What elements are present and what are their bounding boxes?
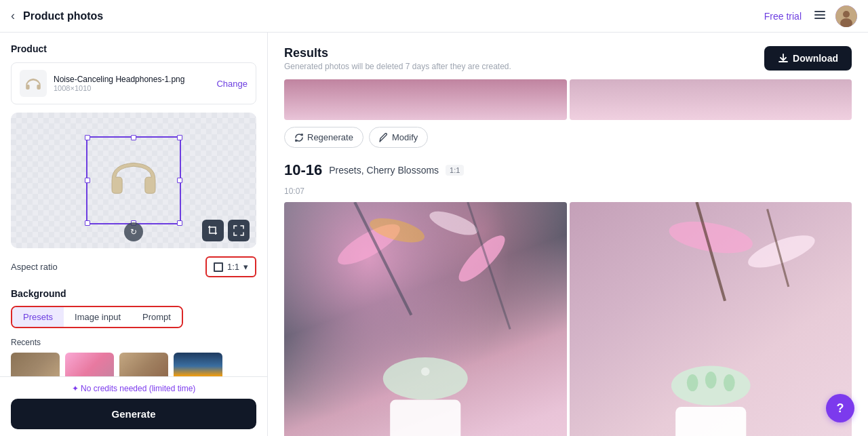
chevron-down-icon: ▾ [243,262,248,272]
background-section-title: Background [11,288,256,299]
aspect-ratio-value: 1:1 [227,262,239,272]
svg-point-4 [843,11,850,18]
aspect-ratio-label: Aspect ratio [11,262,58,272]
partial-regenerate-label: Regenerate [307,132,353,142]
result-image-2[interactable] [570,202,852,436]
svg-rect-20 [675,407,746,436]
handle-bottom-right[interactable] [177,220,182,226]
partial-image-2[interactable] [570,79,852,120]
crop-tool-button[interactable] [202,220,224,241]
aspect-ratio-select[interactable]: 1:1 ▾ [205,256,256,277]
product-name: Noise-Canceling Headphones-1.png [54,75,210,84]
download-icon [778,53,789,64]
partial-image-1[interactable] [284,79,567,120]
aspect-square-icon [214,262,223,272]
canvas-area: ↻ [11,113,256,248]
modify-icon [379,133,389,142]
menu-icon[interactable] [812,7,827,25]
recent-thumb-3[interactable] [119,353,168,376]
recent-thumb-4[interactable] [174,353,222,376]
tab-prompt[interactable]: Prompt [132,307,182,327]
batch-label: Presets, Cherry Blossoms [329,165,439,176]
image-grid [284,202,852,436]
change-button[interactable]: Change [216,79,248,89]
avatar[interactable] [835,5,857,27]
main-layout: Product Noise-Canceling Headphones-1.png… [0,33,868,436]
svg-point-22 [686,374,698,391]
selection-border [86,136,181,224]
svg-point-10 [427,207,480,240]
background-tab-group: Presets Image input Prompt [11,306,183,328]
free-trial-link[interactable]: Free trial [764,11,802,22]
regenerate-icon [294,133,304,142]
results-header: Results Generated photos will be deleted… [284,46,852,71]
left-panel: Product Noise-Canceling Headphones-1.png… [0,33,268,436]
product-card[interactable]: Noise-Canceling Headphones-1.png 1008×10… [11,62,256,104]
partial-modify-button[interactable]: Modify [369,127,428,148]
help-button[interactable]: ? [826,394,854,422]
result-image-2-content [570,202,852,436]
svg-rect-13 [390,400,460,436]
batch-time: 10:07 [284,184,852,197]
partial-action-row: Regenerate Modify [284,127,852,148]
svg-point-9 [453,230,511,288]
right-panel: Results Generated photos will be deleted… [268,33,868,436]
svg-rect-0 [814,11,825,12]
partial-top-images [284,79,852,120]
svg-point-15 [421,368,429,376]
svg-rect-1 [814,14,825,16]
back-button[interactable]: ‹ [11,9,15,23]
product-info: Noise-Canceling Headphones-1.png 1008×10… [54,75,210,92]
handle-bottom-left[interactable] [85,220,90,226]
svg-point-23 [705,372,716,389]
handle-mid-right[interactable] [177,178,182,183]
svg-point-14 [383,357,468,399]
batch-range: 10-16 [284,161,322,179]
aspect-ratio-row: Aspect ratio 1:1 ▾ [11,256,256,277]
page-title: Product photos [23,10,764,22]
recents-label: Recents [11,338,256,347]
batch-header: 10-16 Presets, Cherry Blossoms 1:1 [284,161,852,179]
tab-presets[interactable]: Presets [12,307,64,327]
canvas-product[interactable] [86,136,181,224]
recents-row [11,353,256,376]
header: ‹ Product photos Free trial [0,0,868,33]
batch-ratio: 1:1 [446,165,464,176]
handle-mid-left[interactable] [85,178,90,183]
download-label: Download [793,53,838,64]
svg-rect-2 [814,18,825,19]
product-thumbnail [20,70,47,97]
svg-point-24 [723,374,734,391]
results-subtitle: Generated photos will be deleted 7 days … [284,62,511,71]
batch-section-1: 10-16 Presets, Cherry Blossoms 1:1 10:07 [284,161,852,436]
fullscreen-button[interactable] [228,220,250,241]
tab-image-input[interactable]: Image input [64,307,132,327]
left-panel-bottom: ✦ No credits needed (limited time) Gener… [0,376,267,436]
handle-top-right[interactable] [177,135,182,140]
generate-button[interactable]: Generate [11,399,256,429]
recent-thumb-2[interactable] [65,353,114,376]
partial-modify-label: Modify [392,132,418,142]
results-title: Results [284,46,511,60]
svg-rect-6 [21,71,45,96]
download-button[interactable]: Download [764,46,852,71]
result-image-1[interactable] [284,202,567,436]
svg-point-17 [744,229,818,274]
partial-regenerate-button[interactable]: Regenerate [284,127,363,148]
handle-top-left[interactable] [85,135,90,140]
recent-thumb-1[interactable] [11,353,60,376]
canvas-toolbar [202,220,250,241]
credits-note: ✦ No credits needed (limited time) [11,384,256,393]
result-image-1-content [284,202,567,436]
product-size: 1008×1010 [54,84,210,92]
refresh-button[interactable]: ↻ [124,222,143,241]
product-section-title: Product [11,43,256,54]
handle-top-mid[interactable] [131,135,136,140]
